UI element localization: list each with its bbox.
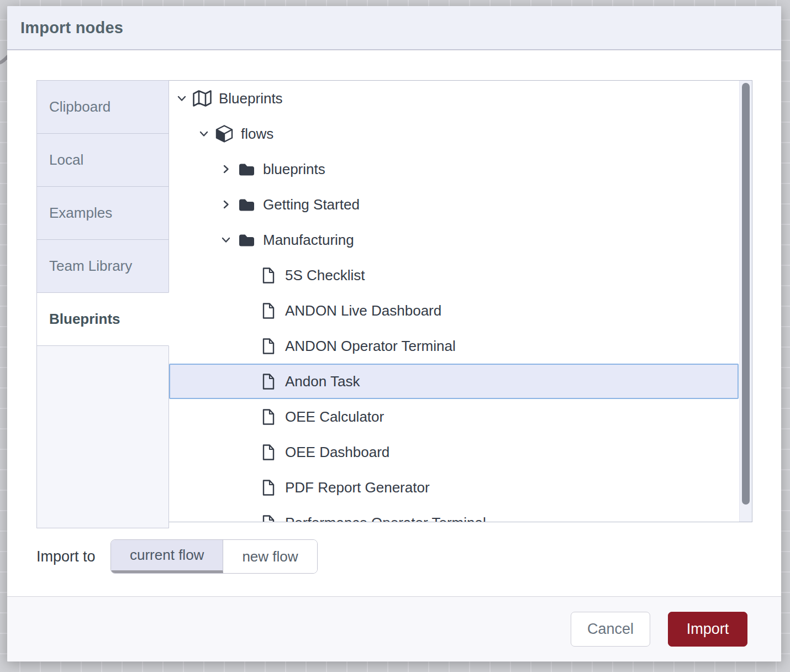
file-icon: [259, 514, 278, 523]
tree-item-andon-operator-terminal[interactable]: ANDON Operator Terminal: [169, 328, 739, 364]
tree-scrollbar-track[interactable]: [739, 81, 752, 522]
tree-item-performance-operator-terminal[interactable]: Performance Operator Terminal: [169, 505, 739, 522]
cube-icon: [214, 124, 234, 143]
tree-item-oee-calculator[interactable]: OEE Calculator: [169, 399, 739, 434]
dialog-header: Import nodes: [7, 6, 781, 50]
import-button[interactable]: Import: [668, 612, 747, 647]
file-icon: [259, 373, 278, 390]
tree-item-label: Andon Task: [285, 373, 360, 390]
tree-item-label: Getting Started: [263, 196, 360, 213]
tree-item-label: OEE Calculator: [285, 408, 384, 426]
library-panel: ClipboardLocalExamplesTeam LibraryBluepr…: [36, 80, 752, 528]
file-icon: [259, 267, 278, 284]
tree-item-blueprints[interactable]: blueprints: [169, 151, 739, 187]
file-icon: [259, 338, 278, 355]
folder-icon: [236, 233, 256, 248]
tree-item-label: blueprints: [263, 161, 325, 178]
chevron-right-icon[interactable]: [220, 163, 236, 175]
tree-item-label: PDF Report Generator: [285, 479, 430, 496]
tree-item-pdf-report-generator[interactable]: PDF Report Generator: [169, 470, 739, 505]
tree-item-5s-checklist[interactable]: 5S Checklist: [169, 258, 739, 293]
tree-item-andon-live-dashboard[interactable]: ANDON Live Dashboard: [169, 293, 739, 328]
tree-item-label: 5S Checklist: [285, 267, 365, 284]
import-nodes-dialog: Import nodes ClipboardLocalExamplesTeam …: [7, 6, 781, 662]
library-tree-panel: BlueprintsflowsblueprintsGetting Started…: [168, 80, 752, 522]
tree-item-flows[interactable]: flows: [169, 116, 739, 151]
tree-item-label: OEE Dashboard: [285, 444, 389, 461]
map-icon: [192, 90, 212, 107]
import-to-row: Import to current flownew flow: [36, 538, 318, 575]
sidebar-tab-team-library[interactable]: Team Library: [36, 239, 169, 293]
tree-item-label: ANDON Operator Terminal: [285, 338, 456, 355]
import-target-toggle: current flownew flow: [110, 539, 318, 574]
tree-item-label: Performance Operator Terminal: [285, 514, 486, 523]
tree-item-label: flows: [241, 125, 273, 143]
file-icon: [259, 479, 278, 496]
file-icon: [259, 408, 278, 426]
tree-item-label: Blueprints: [219, 90, 283, 107]
import-target-new-flow[interactable]: new flow: [223, 540, 317, 573]
folder-icon: [236, 162, 256, 177]
library-tree: BlueprintsflowsblueprintsGetting Started…: [169, 81, 739, 522]
chevron-down-icon[interactable]: [176, 92, 192, 104]
file-icon: [259, 444, 278, 461]
tree-scrollbar-thumb[interactable]: [742, 83, 750, 505]
tree-item-getting-started[interactable]: Getting Started: [169, 187, 739, 222]
tree-item-label: ANDON Live Dashboard: [285, 302, 441, 319]
tree-item-andon-task[interactable]: Andon Task: [169, 364, 739, 399]
sidebar-tab-clipboard[interactable]: Clipboard: [36, 80, 169, 134]
sidebar-filler: [36, 345, 169, 528]
import-to-label: Import to: [36, 548, 110, 565]
cancel-button[interactable]: Cancel: [571, 612, 650, 647]
import-target-current-flow[interactable]: current flow: [111, 540, 223, 573]
library-type-sidebar: ClipboardLocalExamplesTeam LibraryBluepr…: [36, 80, 169, 528]
tree-item-manufacturing[interactable]: Manufacturing: [169, 222, 739, 258]
sidebar-tab-local[interactable]: Local: [36, 133, 169, 187]
tree-item-oee-dashboard[interactable]: OEE Dashboard: [169, 434, 739, 470]
dialog-title: Import nodes: [20, 19, 123, 37]
sidebar-tab-blueprints[interactable]: Blueprints: [36, 292, 169, 346]
tree-item-blueprints[interactable]: Blueprints: [169, 81, 739, 116]
dialog-footer: Cancel Import: [7, 596, 781, 662]
chevron-down-icon[interactable]: [220, 234, 236, 246]
tree-item-label: Manufacturing: [263, 232, 354, 249]
file-icon: [259, 302, 278, 319]
chevron-down-icon[interactable]: [198, 128, 214, 140]
sidebar-tab-examples[interactable]: Examples: [36, 186, 169, 240]
chevron-right-icon[interactable]: [220, 198, 236, 211]
folder-icon: [236, 197, 256, 212]
